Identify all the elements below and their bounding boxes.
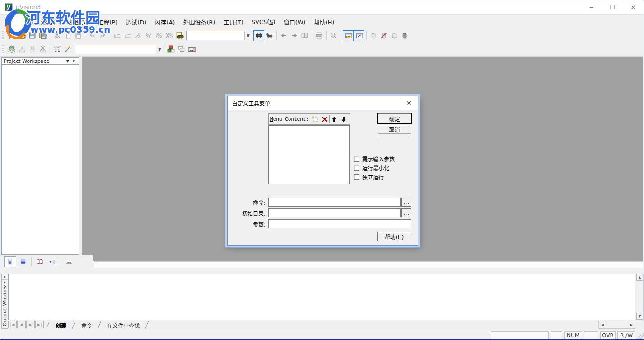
forward-icon[interactable]: [289, 30, 299, 41]
configure-keyboard-icon[interactable]: [187, 44, 197, 55]
tab-scroll-first-icon[interactable]: |◀: [8, 321, 17, 328]
command-browse-button[interactable]: ...: [401, 198, 411, 207]
incremental-find-icon[interactable]: [264, 30, 275, 41]
command-input[interactable]: [268, 198, 401, 207]
prompt-args-checkbox[interactable]: [354, 156, 359, 162]
delete-item-icon[interactable]: [320, 115, 329, 123]
target-select-combobox[interactable]: ▼: [75, 45, 163, 54]
run-independent-checkbox[interactable]: [354, 174, 359, 180]
help-button[interactable]: 帮助(H): [377, 232, 411, 241]
target-options-icon[interactable]: [166, 44, 176, 55]
maximize-button[interactable]: ☐: [602, 0, 623, 14]
workspace-tab-books[interactable]: [33, 256, 46, 267]
find-in-files-icon[interactable]: [174, 30, 185, 41]
copy-icon[interactable]: [62, 30, 73, 41]
insert-breakpoint-icon[interactable]: [369, 30, 379, 41]
initial-folder-input[interactable]: [268, 208, 401, 217]
comment-selection-icon[interactable]: a: [133, 30, 143, 41]
minimize-button[interactable]: ─: [581, 0, 602, 14]
translate-icon[interactable]: [6, 44, 17, 55]
dialog-title-bar[interactable]: 自定义工具菜单 ✕: [228, 96, 418, 110]
paste-icon[interactable]: [73, 30, 83, 41]
workspace-tab-templates[interactable]: [63, 256, 75, 267]
project-tree[interactable]: [1, 65, 79, 255]
scroll-left-icon[interactable]: ◀: [599, 321, 607, 328]
uncomment-selection-icon[interactable]: %: [143, 30, 154, 41]
menu-content-listbox[interactable]: [268, 125, 350, 184]
stop-build-icon[interactable]: [37, 44, 48, 55]
save-all-icon[interactable]: [37, 30, 48, 41]
tab-scroll-last-icon[interactable]: ▶|: [35, 321, 44, 328]
resize-grip[interactable]: [637, 332, 644, 339]
initial-folder-browse-button[interactable]: ...: [401, 208, 411, 217]
menu-tools[interactable]: 工具(T): [219, 16, 247, 28]
output-tab-find-in-files[interactable]: 在文件中查找: [101, 321, 146, 331]
tab-scroll-prev-icon[interactable]: ◀: [17, 321, 26, 328]
books-window-icon[interactable]: [299, 30, 310, 41]
workspace-dropdown-icon[interactable]: ▼: [65, 59, 71, 63]
disable-breakpoint-icon[interactable]: [379, 30, 389, 41]
menu-flash[interactable]: 闪存(A): [150, 16, 179, 28]
output-tab-command[interactable]: 命令: [75, 321, 98, 331]
menu-svcs[interactable]: SVCS(S): [247, 17, 280, 27]
close-button[interactable]: ✕: [623, 0, 644, 14]
new-item-icon[interactable]: [311, 115, 320, 123]
menu-project[interactable]: 工程(P): [93, 16, 121, 28]
zoom-icon[interactable]: @: [328, 30, 339, 41]
kill-all-breakpoints-icon[interactable]: [400, 30, 410, 41]
menu-debug[interactable]: 调试(D): [121, 16, 150, 28]
ok-button[interactable]: 确定: [378, 113, 411, 123]
menubar-grip[interactable]: [5, 17, 7, 26]
horizontal-splitter[interactable]: [0, 268, 644, 274]
menu-edit[interactable]: 编辑(E): [37, 16, 65, 28]
output-horizontal-scrollbar[interactable]: ◀ ▶: [598, 321, 635, 329]
toolbar2-grip[interactable]: [2, 45, 4, 54]
workspace-tab-files[interactable]: [4, 256, 16, 267]
unindent-icon[interactable]: [122, 30, 133, 41]
scroll-up-icon[interactable]: ▲: [636, 274, 643, 281]
move-down-icon[interactable]: [339, 115, 348, 123]
tab-scroll-next-icon[interactable]: ▶: [26, 321, 35, 328]
toolbar1-grip[interactable]: [2, 31, 4, 40]
rebuild-all-icon[interactable]: [27, 44, 37, 55]
menu-view[interactable]: 视图(V): [65, 16, 93, 28]
new-file-icon[interactable]: [6, 30, 17, 41]
project-window-toggle-icon[interactable]: [343, 30, 354, 41]
output-window-toggle-icon[interactable]: [354, 30, 364, 41]
toggle-bookmark-icon[interactable]: %: [154, 30, 164, 41]
download-flash-icon[interactable]: LOAD: [52, 44, 62, 55]
print-icon[interactable]: [314, 30, 324, 41]
build-target-icon[interactable]: [17, 44, 27, 55]
arguments-input[interactable]: [268, 219, 411, 228]
redo-icon[interactable]: [98, 30, 108, 41]
target-combo-dropdown-icon[interactable]: ▼: [156, 45, 163, 54]
find-icon[interactable]: [253, 30, 264, 41]
run-minimized-checkbox[interactable]: [354, 165, 359, 171]
output-close-icon[interactable]: x: [2, 274, 8, 280]
disable-all-breakpoints-icon[interactable]: [389, 30, 400, 41]
indent-icon[interactable]: [112, 30, 122, 41]
workspace-tab-registers[interactable]: [17, 256, 29, 267]
dialog-close-icon[interactable]: ✕: [404, 99, 413, 107]
flash-configure-icon[interactable]: [62, 44, 73, 55]
workspace-tab-functions[interactable]: {}: [47, 256, 59, 267]
move-up-icon[interactable]: [330, 115, 339, 123]
open-file-icon[interactable]: [17, 30, 27, 41]
file-extensions-icon[interactable]: [176, 44, 187, 55]
workspace-close-icon[interactable]: ✕: [71, 59, 77, 63]
menu-help[interactable]: 帮助(H): [310, 16, 339, 28]
output-text-area[interactable]: [8, 274, 635, 320]
output-tab-build[interactable]: 创建: [49, 321, 73, 331]
scroll-right-icon[interactable]: ▶: [627, 321, 635, 328]
back-icon[interactable]: [279, 30, 289, 41]
scroll-down-icon[interactable]: ▼: [636, 313, 643, 320]
menu-peripherals[interactable]: 外围设备(R): [179, 16, 219, 28]
cut-icon[interactable]: [52, 30, 62, 41]
save-icon[interactable]: [27, 30, 37, 41]
find-text-combobox[interactable]: ▼: [186, 31, 252, 40]
undo-icon[interactable]: [87, 30, 98, 41]
output-vertical-scrollbar[interactable]: ▲ ▼: [636, 274, 644, 320]
cancel-button[interactable]: 取消: [378, 125, 411, 134]
menu-file[interactable]: 文件(F): [9, 16, 37, 28]
find-combo-dropdown-icon[interactable]: ▼: [244, 31, 252, 40]
